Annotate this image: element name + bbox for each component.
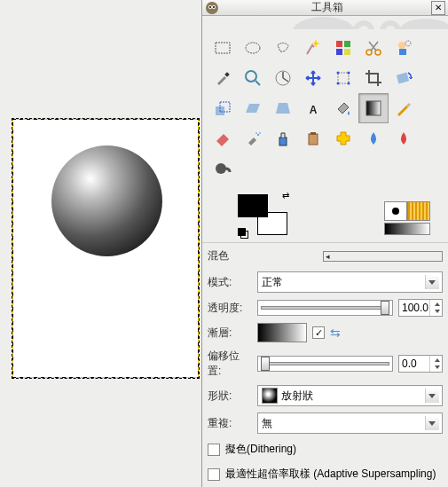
- svg-point-22: [405, 41, 411, 46]
- bucket-fill-tool[interactable]: [328, 93, 358, 123]
- svg-point-27: [337, 72, 340, 75]
- tool-grid: A: [202, 29, 448, 187]
- spin-down-icon[interactable]: [435, 310, 440, 313]
- svg-rect-17: [344, 49, 350, 55]
- ink-tool[interactable]: [268, 123, 298, 153]
- spin-down-icon[interactable]: [435, 365, 440, 369]
- clone-tool[interactable]: [298, 123, 328, 153]
- fuzzy-select-tool[interactable]: [298, 33, 328, 63]
- svg-rect-14: [336, 41, 342, 47]
- rect-select-tool[interactable]: [208, 33, 238, 63]
- align-tool[interactable]: [328, 63, 358, 93]
- eraser-tool[interactable]: [208, 123, 238, 153]
- zoom-tool[interactable]: [238, 63, 268, 93]
- dithering-label: 擬色(Dithering): [225, 442, 296, 457]
- repeat-label: 重複:: [208, 416, 252, 431]
- heal-tool[interactable]: [328, 123, 358, 153]
- svg-rect-21: [399, 49, 406, 55]
- flip-icon[interactable]: ⇆: [330, 326, 341, 340]
- fg-select-tool[interactable]: [389, 33, 419, 63]
- smudge-tool[interactable]: [208, 153, 238, 184]
- tool-options: 混色 ◂ 模式: 正常 透明度: 100.0 漸層:: [202, 242, 448, 487]
- spin-up-icon[interactable]: [435, 358, 440, 362]
- opacity-slider[interactable]: [257, 300, 393, 316]
- slider-thumb[interactable]: [381, 301, 389, 315]
- slider-thumb[interactable]: [261, 357, 270, 371]
- svg-point-42: [216, 163, 226, 174]
- pencil-tool[interactable]: [389, 93, 419, 123]
- brush-pattern-gradient: [384, 201, 430, 235]
- scissors-tool[interactable]: [358, 33, 389, 63]
- rotate-tool[interactable]: [389, 63, 419, 93]
- mode-label: 模式:: [208, 275, 252, 290]
- offset-slider[interactable]: [257, 356, 393, 372]
- repeat-combo[interactable]: 無: [257, 412, 443, 434]
- pattern-indicator[interactable]: [407, 201, 430, 221]
- brush-indicator[interactable]: [384, 201, 407, 221]
- chevron-down-icon: [428, 280, 436, 285]
- svg-rect-40: [309, 134, 318, 145]
- opacity-label: 透明度:: [208, 301, 252, 316]
- spin-up-icon[interactable]: [435, 302, 440, 306]
- free-select-tool[interactable]: [268, 33, 298, 63]
- titlebar[interactable]: 工具箱 ✕: [202, 0, 448, 16]
- airbrush-tool[interactable]: [238, 123, 268, 153]
- blur-tool[interactable]: [358, 123, 389, 153]
- svg-point-29: [337, 82, 340, 85]
- close-button[interactable]: ✕: [431, 1, 445, 15]
- shear-tool[interactable]: [238, 93, 268, 123]
- supersampling-label: 最適性超倍率取樣 (Adaptive Supersampling): [225, 467, 436, 482]
- svg-rect-16: [336, 49, 342, 55]
- color-area: ⇄: [202, 187, 448, 242]
- color-picker-tool[interactable]: [208, 63, 238, 93]
- reverse-checkbox[interactable]: ✓: [312, 326, 325, 339]
- ellipse-select-tool[interactable]: [238, 33, 268, 63]
- dithering-checkbox[interactable]: [208, 444, 220, 456]
- shape-combo[interactable]: 放射狀: [257, 385, 443, 406]
- fg-color-swatch[interactable]: [238, 194, 268, 217]
- svg-point-30: [348, 82, 350, 85]
- perspective-tool[interactable]: [268, 93, 298, 123]
- repeat-value: 無: [262, 416, 272, 431]
- opacity-spin[interactable]: 100.0: [398, 299, 443, 317]
- default-colors-icon[interactable]: [238, 228, 247, 237]
- swap-colors-icon[interactable]: ⇄: [282, 191, 289, 200]
- svg-rect-23: [224, 72, 230, 77]
- move-tool[interactable]: [298, 63, 328, 93]
- gradient-indicator[interactable]: [384, 223, 430, 235]
- supersampling-checkbox[interactable]: [208, 468, 220, 481]
- mode-combo[interactable]: 正常: [257, 271, 443, 293]
- canvas[interactable]: [13, 120, 198, 377]
- svg-rect-15: [344, 41, 350, 47]
- gradient-button[interactable]: [257, 323, 307, 342]
- canvas-area: [12, 118, 200, 379]
- options-menu-button[interactable]: ◂: [323, 251, 444, 262]
- crop-tool[interactable]: [358, 63, 389, 93]
- color-select-tool[interactable]: [328, 33, 358, 63]
- header-decoration: [202, 16, 448, 29]
- blend-tool[interactable]: [358, 93, 389, 123]
- svg-point-38: [255, 132, 257, 134]
- svg-point-3: [209, 6, 211, 8]
- offset-spin[interactable]: 0.0: [398, 355, 443, 373]
- svg-rect-41: [310, 132, 316, 135]
- chevron-down-icon: [428, 394, 436, 398]
- opacity-value: 100.0: [402, 302, 428, 314]
- svg-point-4: [213, 6, 215, 8]
- gradient-label: 漸層:: [208, 326, 252, 341]
- svg-point-10: [399, 19, 448, 29]
- svg-rect-31: [397, 73, 409, 84]
- text-tool[interactable]: A: [298, 93, 328, 123]
- measure-tool[interactable]: [268, 63, 298, 93]
- svg-rect-35: [366, 101, 381, 115]
- offset-label: 偏移位置:: [208, 349, 252, 379]
- svg-point-0: [206, 2, 218, 14]
- svg-point-36: [257, 134, 259, 136]
- svg-text:A: A: [310, 104, 318, 116]
- shape-label: 形狀:: [208, 389, 252, 404]
- fg-bg-colors[interactable]: ⇄: [238, 194, 287, 235]
- svg-rect-39: [279, 137, 287, 145]
- options-header: 混色 ◂: [208, 247, 443, 265]
- scale-tool[interactable]: [208, 93, 238, 123]
- dodge-tool[interactable]: [389, 123, 419, 153]
